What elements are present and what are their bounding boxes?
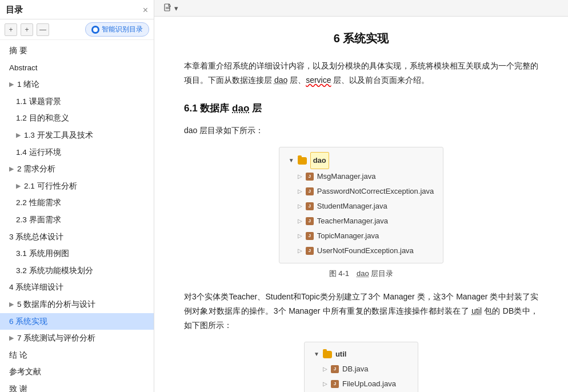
java-icon-0: J — [306, 173, 314, 181]
nav-label-18: 结 论 — [9, 349, 27, 362]
close-icon[interactable]: × — [143, 5, 148, 15]
tree-item-4: ▷ J TopicManager.java — [289, 229, 434, 243]
nav-label-17: 7 系统测试与评价分析 — [17, 332, 95, 345]
java-icon-fileupload: J — [331, 380, 339, 388]
sidebar-item-8[interactable]: ▶2.1 可行性分析 — [0, 178, 154, 195]
nav-label-20: 致 谢 — [9, 383, 27, 392]
expand-arrow-dao: ▼ — [289, 155, 294, 166]
sidebar-item-5[interactable]: ▶1.3 开发工具及技术 — [0, 127, 154, 144]
java-icon-3: J — [306, 217, 314, 225]
tree-folder-dao: ▼ dao — [289, 152, 434, 169]
sidebar-item-19[interactable]: 参考文献 — [0, 363, 154, 381]
dao-ref1: dao — [274, 75, 287, 85]
sidebar: 目录 × + + — 智能识别目录 摘 要Abstract▶1 绪论1.1 课题… — [0, 0, 154, 392]
sidebar-item-6[interactable]: 1.4 运行环境 — [0, 144, 154, 161]
sidebar-item-17[interactable]: ▶7 系统测试与评价分析 — [0, 330, 154, 347]
figure2-tree: ▼ util ▷ J DB.java ▷ J FileUpLoad.java — [304, 342, 418, 392]
file-name-3: TeacherManager.java — [317, 214, 388, 229]
sidebar-item-16[interactable]: 6 系统实现 — [0, 313, 154, 330]
nav-label-19: 参考文献 — [9, 366, 41, 378]
file-name-fileupload: FileUpLoad.java — [342, 377, 396, 391]
sidebar-nav: 摘 要Abstract▶1 绪论1.1 课题背景1.2 目的和意义▶1.3 开发… — [0, 40, 154, 392]
file-name-2: StudentManager.java — [317, 199, 387, 214]
sidebar-item-11[interactable]: 3 系统总体设计 — [0, 229, 154, 246]
smart-toc-button[interactable]: 智能识别目录 — [85, 22, 149, 37]
smart-btn-label: 智能识别目录 — [102, 25, 143, 34]
java-icon-4: J — [306, 232, 314, 240]
sidebar-item-10[interactable]: 2.3 界面需求 — [0, 211, 154, 229]
sidebar-item-15[interactable]: ▶5 数据库的分析与设计 — [0, 296, 154, 313]
util-label: util — [335, 347, 347, 362]
sidebar-item-13[interactable]: 3.2 系统功能模块划分 — [0, 262, 154, 279]
sidebar-toolbar: + + — 智能识别目录 — [0, 19, 154, 40]
expand-arrow-util: ▼ — [314, 349, 319, 360]
nav-label-6: 1.4 运行环境 — [16, 146, 61, 159]
nav-label-10: 2.3 界面需求 — [16, 214, 61, 226]
sidebar-item-14[interactable]: 4 系统详细设计 — [0, 279, 154, 296]
file-btn-arrow: ▾ — [174, 4, 178, 13]
nav-arrow-7: ▶ — [9, 164, 14, 174]
sidebar-item-9[interactable]: 2.2 性能需求 — [0, 194, 154, 211]
collapse-button[interactable]: + — [21, 23, 33, 36]
sidebar-item-1[interactable]: Abstract — [0, 59, 154, 77]
nav-label-5: 1.3 开发工具及技术 — [24, 129, 93, 142]
sidebar-item-0[interactable]: 摘 要 — [0, 42, 154, 59]
main-content: ▾ 6 系统实现 本章着重介绍系统的详细设计内容，以及划分模块的具体实现，系统将… — [154, 0, 568, 392]
nav-arrow-2: ▶ — [9, 79, 14, 90]
sidebar-item-20[interactable]: 致 谢 — [0, 381, 154, 392]
figure1-tree: ▼ dao ▷ J MsgManager.java ▷ J PasswordNo… — [279, 147, 443, 263]
sidebar-item-12[interactable]: 3.1 系统用例图 — [0, 245, 154, 262]
sidebar-item-4[interactable]: 1.2 目的和意义 — [0, 110, 154, 127]
nav-label-16: 6 系统实现 — [9, 315, 47, 328]
nav-label-14: 4 系统详细设计 — [9, 281, 63, 294]
dao-underline: dao — [232, 103, 249, 114]
nav-label-3: 1.1 课题背景 — [16, 95, 61, 108]
nav-label-8: 2.1 可行性分析 — [24, 180, 77, 193]
figure1-container: ▼ dao ▷ J MsgManager.java ▷ J PasswordNo… — [184, 147, 538, 280]
intro-paragraph: 本章着重介绍系统的详细设计内容，以及划分模块的具体实现，系统将模块相互关联成为一… — [184, 59, 538, 87]
folder-icon-util — [323, 351, 332, 358]
nav-label-13: 3.2 系统功能模块划分 — [16, 265, 93, 277]
tree-folder-util: ▼ util — [314, 347, 409, 362]
dao-desc: dao 层目录如下所示： — [184, 123, 538, 138]
nav-label-4: 1.2 目的和意义 — [16, 112, 69, 125]
tree-item-2: ▷ J StudentManager.java — [289, 199, 434, 214]
dao-label: dao — [310, 152, 329, 169]
tree-item-fileupload: ▷ J FileUpLoad.java — [314, 377, 409, 391]
tree-item-db: ▷ J DB.java — [314, 362, 409, 377]
nav-label-1: Abstract — [9, 62, 38, 74]
util-ref: util — [471, 306, 482, 315]
main-toolbar: ▾ — [154, 0, 568, 17]
nav-label-11: 3 系统总体设计 — [9, 231, 63, 243]
tree-item-3: ▷ J TeacherManager.java — [289, 214, 434, 229]
sidebar-item-18[interactable]: 结 论 — [0, 347, 154, 364]
file-toolbar-button[interactable]: ▾ — [160, 2, 182, 14]
figure2-container: ▼ util ▷ J DB.java ▷ J FileUpLoad.java 图… — [184, 342, 538, 392]
dao-caption-ref: dao — [357, 269, 369, 278]
figure1-caption: 图 4-1 dao 层目录 — [329, 267, 394, 280]
tree-item-5: ▷ J UserNotFoundException.java — [289, 243, 434, 258]
tree-item-1: ▷ J PasswordNotCorrectException.java — [289, 184, 434, 199]
nav-arrow-5: ▶ — [16, 130, 21, 141]
tree-item-0: ▷ J MsgManager.java — [289, 169, 434, 184]
folder-icon-dao — [298, 157, 307, 165]
content-area: 6 系统实现 本章着重介绍系统的详细设计内容，以及划分模块的具体实现，系统将模块… — [167, 17, 555, 392]
nav-label-7: 2 需求分析 — [17, 163, 55, 175]
nav-arrow-8: ▶ — [16, 181, 21, 191]
chapter-title: 6 系统实现 — [184, 28, 538, 49]
java-icon-db: J — [331, 365, 339, 373]
minus-button[interactable]: — — [37, 23, 49, 36]
service-ref: service — [306, 75, 331, 85]
section1-title: 6.1 数据库 dao 层 — [184, 100, 538, 118]
expand-all-button[interactable]: + — [5, 23, 17, 36]
svg-point-0 — [93, 27, 98, 32]
file-name-0: MsgManager.java — [317, 169, 376, 184]
sidebar-title: 目录 — [6, 5, 23, 15]
smart-icon — [91, 26, 99, 34]
file-name-1: PasswordNotCorrectException.java — [317, 184, 434, 199]
nav-label-15: 5 数据库的分析与设计 — [17, 298, 95, 311]
sidebar-item-7[interactable]: ▶2 需求分析 — [0, 161, 154, 178]
nav-label-0: 摘 要 — [9, 45, 27, 57]
sidebar-item-3[interactable]: 1.1 课题背景 — [0, 93, 154, 110]
sidebar-item-2[interactable]: ▶1 绪论 — [0, 76, 154, 93]
